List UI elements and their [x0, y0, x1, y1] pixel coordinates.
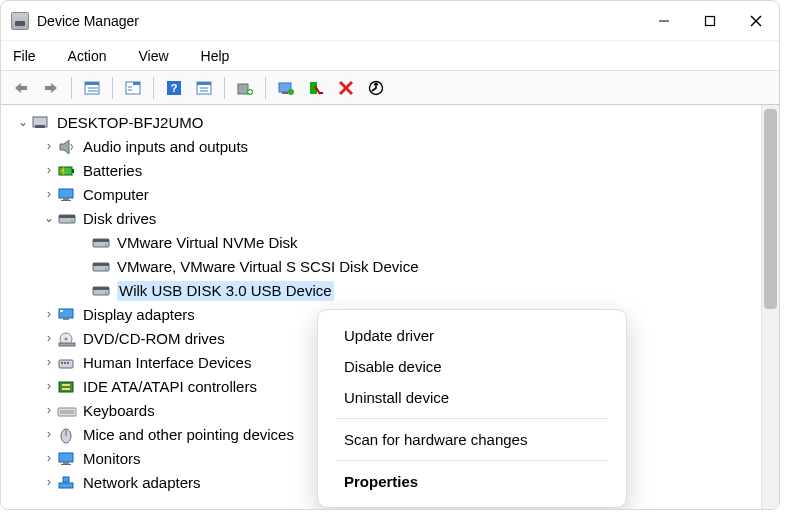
- tree-item-label: VMware, VMware Virtual S SCSI Disk Devic…: [117, 257, 418, 277]
- monitor-icon: [57, 186, 77, 204]
- tree-item[interactable]: › VMware Virtual NVMe Disk: [9, 231, 775, 255]
- svg-rect-11: [133, 82, 140, 85]
- menu-file[interactable]: File: [9, 44, 40, 68]
- svg-rect-47: [93, 287, 109, 290]
- svg-rect-50: [63, 318, 69, 320]
- chevron-right-icon[interactable]: ›: [41, 139, 57, 155]
- svg-text:?: ?: [171, 82, 178, 94]
- svg-point-39: [71, 220, 73, 222]
- svg-rect-60: [62, 384, 70, 386]
- tree-item-label: Wilk USB DISK 3.0 USB Device: [117, 281, 334, 301]
- svg-rect-61: [62, 388, 70, 390]
- properties-sheet-button[interactable]: [119, 75, 147, 101]
- tree-category-label: Monitors: [83, 449, 141, 469]
- menu-action[interactable]: Action: [64, 44, 111, 68]
- back-button[interactable]: [7, 75, 35, 101]
- app-icon: [11, 12, 29, 30]
- forward-button[interactable]: [37, 75, 65, 101]
- tree-category-label: Audio inputs and outputs: [83, 137, 248, 157]
- chevron-down-icon[interactable]: ⌄: [15, 115, 31, 131]
- context-menu-item[interactable]: Update driver: [318, 320, 626, 351]
- svg-rect-38: [59, 215, 75, 218]
- tree-root[interactable]: ⌄ DESKTOP-BFJ2UMO: [9, 111, 775, 135]
- tree-item[interactable]: › Wilk USB DISK 3.0 USB Device: [9, 279, 775, 303]
- properties-button[interactable]: [190, 75, 218, 101]
- titlebar: Device Manager: [1, 1, 779, 41]
- window-title: Device Manager: [37, 13, 139, 29]
- display-icon: [57, 306, 77, 324]
- svg-rect-58: [67, 362, 69, 364]
- svg-point-53: [65, 338, 68, 341]
- context-menu-separator: [336, 418, 608, 419]
- tree-category[interactable]: ⌄ Disk drives: [9, 207, 775, 231]
- close-button[interactable]: [733, 1, 779, 41]
- context-menu-item[interactable]: Uninstall device: [318, 382, 626, 413]
- optical-icon: [57, 330, 77, 348]
- tree-category-label: Human Interface Devices: [83, 353, 251, 373]
- tree-category[interactable]: › Batteries: [9, 159, 775, 183]
- speaker-icon: [57, 138, 77, 156]
- tree-category-label: Disk drives: [83, 209, 156, 229]
- chevron-right-icon[interactable]: ›: [41, 307, 57, 323]
- svg-rect-69: [61, 464, 71, 465]
- chevron-down-icon[interactable]: ⌄: [41, 211, 57, 227]
- context-menu-item[interactable]: Scan for hardware changes: [318, 424, 626, 455]
- svg-rect-35: [63, 198, 69, 200]
- chevron-right-icon[interactable]: ›: [41, 451, 57, 467]
- context-menu-separator: [336, 460, 608, 461]
- show-hidden-button[interactable]: [78, 75, 106, 101]
- svg-rect-51: [60, 310, 63, 312]
- maximize-button[interactable]: [687, 1, 733, 41]
- context-menu-item[interactable]: Disable device: [318, 351, 626, 382]
- context-menu: Update driverDisable deviceUninstall dev…: [317, 309, 627, 508]
- mouse-icon: [57, 426, 77, 444]
- toolbar-separator: [265, 77, 266, 99]
- svg-point-42: [105, 244, 107, 246]
- chevron-right-icon[interactable]: ›: [41, 355, 57, 371]
- device-manager-window: Device Manager File Action View Help: [0, 0, 780, 510]
- uninstall-device-button[interactable]: [272, 75, 300, 101]
- help-button[interactable]: ?: [160, 75, 188, 101]
- svg-rect-34: [59, 189, 73, 198]
- chevron-right-icon[interactable]: ›: [41, 427, 57, 443]
- menu-help[interactable]: Help: [197, 44, 234, 68]
- tree-category[interactable]: › Audio inputs and outputs: [9, 135, 775, 159]
- disk-icon: [57, 210, 77, 228]
- context-menu-item[interactable]: Properties: [318, 466, 626, 497]
- svg-point-24: [288, 89, 294, 95]
- vertical-scrollbar[interactable]: ▲: [761, 105, 779, 509]
- chevron-right-icon[interactable]: ›: [41, 187, 57, 203]
- svg-rect-1: [706, 16, 715, 25]
- svg-rect-59: [59, 382, 73, 392]
- svg-rect-7: [85, 82, 99, 85]
- chevron-right-icon[interactable]: ›: [41, 475, 57, 491]
- tree-category[interactable]: › Computer: [9, 183, 775, 207]
- svg-rect-62: [58, 408, 76, 416]
- chevron-right-icon[interactable]: ›: [41, 163, 57, 179]
- chevron-right-icon[interactable]: ›: [41, 403, 57, 419]
- update-driver-button[interactable]: [231, 75, 259, 101]
- svg-rect-41: [93, 239, 109, 242]
- svg-rect-20: [238, 84, 248, 94]
- delete-button[interactable]: [332, 75, 360, 101]
- network-icon: [57, 474, 77, 492]
- svg-rect-4: [20, 86, 27, 90]
- svg-rect-71: [63, 477, 69, 482]
- svg-rect-5: [45, 86, 52, 90]
- svg-rect-23: [282, 92, 288, 94]
- menubar: File Action View Help: [1, 41, 779, 71]
- chevron-right-icon[interactable]: ›: [41, 331, 57, 347]
- tree-category-label: Mice and other pointing devices: [83, 425, 294, 445]
- scan-hardware-button[interactable]: [362, 75, 390, 101]
- scrollbar-thumb[interactable]: [764, 109, 777, 309]
- tree-item[interactable]: › VMware, VMware Virtual S SCSI Disk Dev…: [9, 255, 775, 279]
- tree-category-label: DVD/CD-ROM drives: [83, 329, 225, 349]
- chevron-right-icon[interactable]: ›: [41, 379, 57, 395]
- menu-view[interactable]: View: [134, 44, 172, 68]
- disable-device-button[interactable]: [302, 75, 330, 101]
- computer-icon: [31, 114, 51, 132]
- svg-rect-36: [61, 200, 71, 201]
- svg-rect-32: [59, 167, 72, 175]
- minimize-button[interactable]: [641, 1, 687, 41]
- battery-icon: [57, 162, 77, 180]
